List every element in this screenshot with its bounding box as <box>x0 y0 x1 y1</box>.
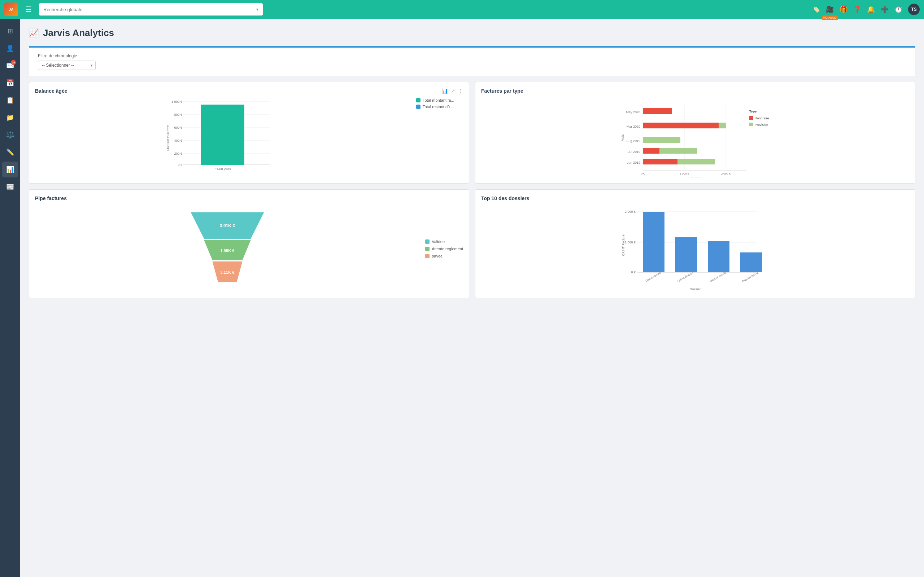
svg-text:Type: Type <box>749 110 756 113</box>
gift-icon[interactable]: 🎁 <box>840 5 848 13</box>
filter-select[interactable]: -- Sélectionner -- 7 derniers jours 30 d… <box>38 61 96 70</box>
pipe-factures-header: Pipe factures <box>35 195 463 201</box>
page-title: Jarvis Analytics <box>43 27 114 39</box>
expand-icon[interactable]: ↗ <box>451 88 455 94</box>
svg-text:Mercier confid.: Mercier confid. <box>709 271 727 283</box>
legend-item-total-restant: Total restant dû ... <box>416 105 463 109</box>
svg-text:Demo secure: Demo secure <box>645 271 662 283</box>
svg-rect-39 <box>749 116 753 120</box>
svg-rect-36 <box>643 159 677 164</box>
legend-color-total-restant <box>416 105 420 109</box>
bar-chart-icon[interactable]: 📊 <box>442 88 448 94</box>
svg-text:0 €: 0 € <box>641 172 645 175</box>
search-input[interactable] <box>43 7 256 12</box>
svg-text:Jun 2019: Jun 2019 <box>627 161 640 164</box>
svg-rect-33 <box>643 137 680 143</box>
user-avatar[interactable]: TS <box>908 3 920 15</box>
search-chevron-icon: ▾ <box>256 7 258 12</box>
legend-item-total-montant: Total montant fa... <box>416 98 463 102</box>
svg-rect-37 <box>677 159 715 164</box>
legend-item-attente: Attente reglement <box>425 247 463 251</box>
notification-icon[interactable]: 🔔 <box>867 5 875 13</box>
sidebar: ⊞ 👤 ✉️ 29 📅 📋 📁 ⚖️ ✏️ 📊 📰 <box>0 19 20 577</box>
legend-label-attente: Attente reglement <box>432 247 463 251</box>
svg-text:Dossier test ta.: Dossier test ta. <box>741 271 760 283</box>
topnav: JA ☰ ▾ 🏷️ 🎥 Nouveau 🎁 ❓ 🔔 ➕ ⏱️ TS <box>0 0 924 19</box>
sidebar-item-dossiers[interactable]: 📁 <box>2 110 18 126</box>
svg-rect-34 <box>643 148 659 154</box>
search-bar[interactable]: ▾ <box>39 3 263 16</box>
top10-title: Top 10 des dossiers <box>481 195 530 201</box>
top10-card: Top 10 des dossiers CA HT Facturé 2 000 … <box>475 189 915 298</box>
svg-text:Honoraire: Honoraire <box>755 116 769 120</box>
timer-icon[interactable]: ⏱️ <box>894 5 902 13</box>
svg-text:Montant total TTC: Montant total TTC <box>166 125 170 151</box>
balance-agee-actions: 📊 ↗ ⋮ <box>442 88 463 94</box>
more-icon[interactable]: ⋮ <box>458 88 463 94</box>
balance-agee-title: Balance âgée <box>35 88 68 94</box>
sidebar-item-tasks[interactable]: 📋 <box>2 92 18 108</box>
svg-text:Aug 2019: Aug 2019 <box>626 139 640 143</box>
legend-label-total-montant: Total montant fa... <box>423 98 454 102</box>
pipe-factures-area: 3.91K € 1.95K € 3.11K € Validee <box>35 206 463 292</box>
sidebar-item-messages[interactable]: ✉️ 29 <box>2 58 18 74</box>
hamburger-button[interactable]: ☰ <box>23 3 35 15</box>
svg-text:200 €: 200 € <box>174 152 182 155</box>
sidebar-item-calendar[interactable]: 📅 <box>2 75 18 91</box>
svg-rect-58 <box>675 237 697 272</box>
filter-bar: Filtre de chronologie -- Sélectionner --… <box>29 48 915 76</box>
sidebar-item-law[interactable]: ⚖️ <box>2 127 18 143</box>
message-badge: 29 <box>11 60 16 65</box>
factures-par-type-svg: May 2020 Mar 2020 Aug 2019 Jul 2019 Jun … <box>481 98 909 177</box>
topnav-icons: 🏷️ 🎥 Nouveau 🎁 ❓ 🔔 ➕ ⏱️ TS <box>812 3 920 15</box>
pipe-factures-title: Pipe factures <box>35 195 67 201</box>
legend-item-validee: Validee <box>425 239 463 244</box>
pipe-funnel-svg: 3.91K € 1.95K € 3.11K € <box>177 206 278 292</box>
add-icon[interactable]: ➕ <box>881 5 888 13</box>
flag-icon[interactable]: 🏷️ <box>812 5 820 13</box>
svg-rect-30 <box>643 108 672 114</box>
svg-rect-57 <box>643 212 664 272</box>
factures-par-type-header: Factures par type <box>481 88 909 94</box>
help-icon[interactable]: ❓ <box>853 5 861 13</box>
svg-rect-32 <box>719 122 726 128</box>
svg-text:800 €: 800 € <box>174 113 182 116</box>
top10-chart-area: CA HT Facturé 2 000 € 1 000 € 0 € <box>481 206 909 292</box>
svg-text:Mar 2020: Mar 2020 <box>627 125 640 128</box>
legend-label-payee: payee <box>432 254 443 258</box>
svg-rect-41 <box>749 122 753 126</box>
svg-text:1 000 €: 1 000 € <box>680 172 690 175</box>
sidebar-item-reports[interactable]: 📰 <box>2 179 18 195</box>
legend-label-total-restant: Total restant dû ... <box>423 105 454 109</box>
pipe-factures-legend: Validee Attente reglement payee <box>425 239 463 258</box>
factures-par-type-chart-area: May 2020 Mar 2020 Aug 2019 Jul 2019 Jun … <box>481 98 909 177</box>
svg-text:May 2020: May 2020 <box>626 110 640 114</box>
svg-text:0 €: 0 € <box>631 271 636 274</box>
balance-agee-header: Balance âgée 📊 ↗ ⋮ <box>35 88 463 94</box>
svg-text:1.95K €: 1.95K € <box>220 248 234 253</box>
svg-text:600 €: 600 € <box>174 126 182 129</box>
legend-label-validee: Validee <box>432 239 445 244</box>
svg-rect-14 <box>201 105 244 165</box>
legend-item-payee: payee <box>425 254 463 258</box>
sidebar-item-contacts[interactable]: 👤 <box>2 40 18 56</box>
svg-rect-59 <box>708 241 729 272</box>
filter-label: Filtre de chronologie <box>38 53 906 58</box>
sidebar-item-edit[interactable]: ✏️ <box>2 144 18 160</box>
balance-agee-chart-area: Montant total TTC 1 000 € 800 € 600 € 40… <box>35 98 463 177</box>
svg-text:2 000 €: 2 000 € <box>721 172 731 175</box>
legend-color-total-montant <box>416 98 420 102</box>
svg-text:Jul 2019: Jul 2019 <box>628 150 640 154</box>
svg-rect-60 <box>740 253 762 272</box>
svg-text:Quinn divorce.: Quinn divorce. <box>677 271 695 283</box>
sidebar-item-analytics[interactable]: 📊 <box>2 161 18 177</box>
top10-svg: CA HT Facturé 2 000 € 1 000 € 0 € <box>481 206 909 292</box>
balance-agee-svg: Montant total TTC 1 000 € 800 € 600 € 40… <box>35 98 410 177</box>
video-icon[interactable]: 🎥 Nouveau <box>826 5 834 13</box>
svg-text:Mois: Mois <box>621 134 624 141</box>
svg-text:400 €: 400 € <box>174 139 182 142</box>
sidebar-item-dashboard[interactable]: ⊞ <box>2 23 18 39</box>
svg-rect-31 <box>643 122 719 128</box>
svg-text:31-60 jours: 31-60 jours <box>215 167 231 171</box>
page-header: 📈 Jarvis Analytics <box>29 27 915 39</box>
